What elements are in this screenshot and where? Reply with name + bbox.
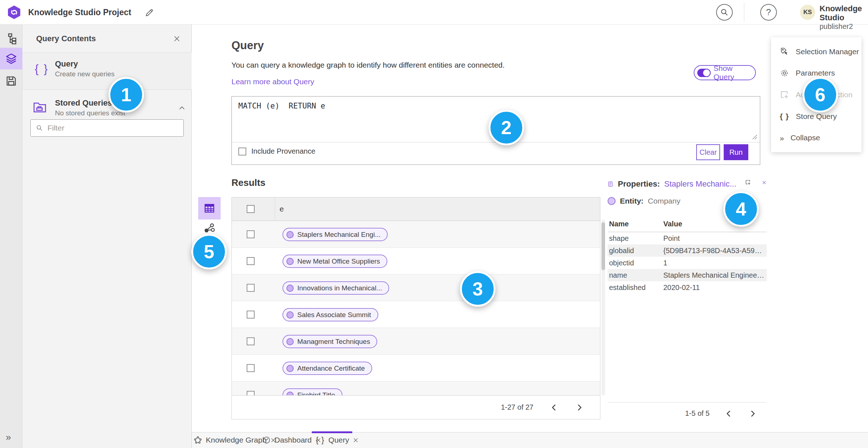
- results-table: e Staplers Mechanical Engi... New Metal …: [231, 197, 600, 419]
- entity-dot-icon: [286, 392, 294, 396]
- row-checkbox[interactable]: [247, 257, 255, 265]
- results-scrollbar-thumb[interactable]: [601, 222, 605, 270]
- table-view-button[interactable]: [198, 197, 221, 219]
- entity-label: Entity:: [620, 197, 643, 205]
- previous-page-chevron-icon[interactable]: [724, 409, 733, 418]
- save-icon[interactable]: [5, 75, 17, 87]
- previous-page-chevron-icon[interactable]: [549, 403, 559, 412]
- menu-item-collapse[interactable]: » Collapse: [771, 129, 861, 147]
- name-column-header: Name: [608, 220, 663, 228]
- row-checkbox[interactable]: [247, 284, 255, 292]
- property-row: globalid {5D9B4713-F98D-4A53-A59F-C11...: [608, 244, 767, 257]
- query-code-input[interactable]: MATCH (e) RETURN e: [238, 102, 325, 110]
- entity-dot-icon: [286, 285, 294, 292]
- show-query-label: Show Query: [714, 64, 750, 81]
- next-page-chevron-icon[interactable]: [748, 409, 757, 418]
- braces-icon: { }: [35, 62, 49, 76]
- include-provenance-label: Include Provenance: [251, 147, 315, 155]
- entity-dot-icon: [286, 231, 294, 238]
- entity-pill[interactable]: Firebird Title: [282, 388, 342, 395]
- stored-queries-filter: [30, 119, 184, 137]
- results-table-header: e: [232, 197, 600, 221]
- property-name: globalid: [608, 247, 663, 255]
- properties-header: Properties: Staplers Mechanic...: [608, 179, 767, 189]
- properties-entity-link[interactable]: Staplers Mechanic...: [664, 179, 736, 189]
- user-avatar[interactable]: KS: [800, 5, 815, 20]
- property-value: {5D9B4713-F98D-4A53-A59F-C11...: [663, 247, 765, 255]
- add-to-selection-icon: [780, 90, 789, 99]
- table-row: New Metal Office Suppliers: [232, 248, 600, 274]
- toggle-switch[interactable]: [697, 69, 711, 77]
- question-icon: ?: [766, 7, 771, 17]
- layers-icon[interactable]: [5, 52, 17, 65]
- menu-item-selection-manager[interactable]: Selection Manager: [771, 43, 861, 61]
- entity-pill[interactable]: Innovations in Mechanical...: [282, 281, 389, 295]
- entity-pill-label: Attendance Certificate: [297, 364, 365, 372]
- search-button[interactable]: [716, 4, 733, 21]
- user-name: Knowledge Studio: [820, 4, 868, 22]
- entity-pill[interactable]: New Metal Office Suppliers: [282, 255, 387, 268]
- row-checkbox[interactable]: [247, 311, 255, 319]
- include-provenance-checkbox[interactable]: [238, 148, 246, 155]
- property-row: shape Point: [608, 232, 767, 244]
- hierarchy-icon[interactable]: [5, 33, 17, 45]
- app-logo-icon[interactable]: [7, 5, 21, 19]
- menu-item-label: Store Query: [796, 112, 837, 121]
- entity-dot-icon: [286, 258, 294, 265]
- entity-pill[interactable]: Staplers Mechanical Engi...: [282, 228, 388, 241]
- app-title: Knowledge Studio Project: [28, 0, 131, 25]
- close-tab-icon[interactable]: [353, 437, 359, 443]
- gear-icon: [780, 68, 789, 78]
- search-icon: [720, 8, 729, 17]
- close-properties-icon[interactable]: [762, 180, 767, 188]
- clear-button[interactable]: Clear: [696, 144, 720, 160]
- user-block: Knowledge Studio publisher2: [820, 4, 868, 31]
- table-icon: [204, 202, 215, 214]
- filter-search-icon: [36, 124, 43, 132]
- tab-label: Query: [328, 436, 349, 444]
- tab-label: Knowledge Graph: [206, 436, 267, 444]
- stored-queries-folder-icon: [33, 100, 47, 114]
- query-item-title: Query: [55, 59, 115, 69]
- tab-query[interactable]: { } Query: [316, 432, 359, 448]
- results-title: Results: [231, 177, 265, 188]
- row-checkbox[interactable]: [247, 337, 255, 345]
- run-button[interactable]: Run: [724, 144, 748, 160]
- close-panel-icon[interactable]: [173, 35, 181, 43]
- menu-item-label: Parameters: [796, 69, 835, 77]
- callout-badge-1: 1: [109, 77, 144, 112]
- help-button[interactable]: ?: [760, 4, 777, 21]
- page-title: Query: [231, 39, 264, 52]
- selection-manager-icon: [780, 47, 789, 56]
- filter-input[interactable]: [47, 124, 178, 132]
- show-query-toggle[interactable]: Show Query: [694, 65, 756, 80]
- entity-pill[interactable]: Attendance Certificate: [282, 362, 372, 375]
- menu-item-label: Selection Manager: [796, 47, 859, 56]
- stored-queries-subtitle: No stored queries exist: [55, 109, 125, 117]
- link-chart-view-icon[interactable]: [203, 221, 216, 235]
- tab-dashboard[interactable]: Dashboard: [262, 432, 322, 448]
- row-checkbox[interactable]: [247, 230, 255, 238]
- entity-pill-label: Managment Techniques: [297, 338, 370, 346]
- collapse-section-chevron-icon[interactable]: [178, 104, 186, 112]
- expand-rail-chevrons-icon[interactable]: »: [6, 432, 11, 443]
- add-to-selection-icon[interactable]: [745, 179, 751, 189]
- row-checkbox[interactable]: [247, 391, 255, 395]
- learn-more-link[interactable]: Learn more about Query: [231, 77, 314, 86]
- column-header-e: e: [280, 205, 284, 213]
- resize-handle-icon[interactable]: [752, 134, 758, 140]
- property-name: objectid: [608, 259, 663, 267]
- row-checkbox[interactable]: [247, 364, 255, 372]
- select-all-checkbox[interactable]: [247, 205, 255, 213]
- entity-pill[interactable]: Managment Techniques: [282, 335, 377, 348]
- edit-title-pencil-icon[interactable]: [145, 8, 154, 17]
- contents-item-query[interactable]: { } Query Create new queries: [22, 53, 192, 90]
- properties-label: Properties:: [618, 179, 660, 189]
- results-pagination-text: 1-27 of 27: [501, 403, 533, 411]
- entity-pill-label: Innovations in Mechanical...: [297, 284, 382, 292]
- next-page-chevron-icon[interactable]: [575, 403, 584, 412]
- table-row: Managment Techniques: [232, 328, 600, 355]
- topbar-divider: [744, 3, 744, 22]
- entity-pill[interactable]: Sales Associate Summit: [282, 308, 378, 321]
- property-row: objectid 1: [608, 257, 767, 269]
